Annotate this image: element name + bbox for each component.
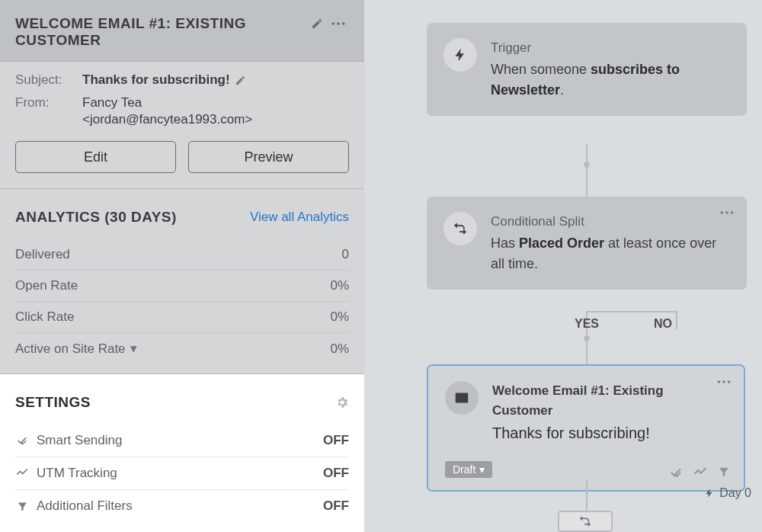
day-badge-text: Day 0 — [719, 486, 751, 500]
setting-smart-sending[interactable]: Smart Sending OFF — [15, 425, 349, 457]
stat-active-rate-value: 0% — [330, 341, 349, 357]
svg-point-6 — [718, 380, 721, 383]
trigger-description: When someone subscribes to Newsletter. — [491, 59, 730, 101]
stat-delivered-label: Delivered — [15, 247, 70, 262]
trigger-body: Trigger When someone subscribes to Newsl… — [491, 38, 730, 101]
pencil-icon — [311, 18, 323, 30]
email-more-button[interactable] — [716, 380, 732, 384]
gear-icon — [335, 396, 349, 409]
smart-sending-icon — [15, 434, 29, 447]
stat-click-rate-label: Click Rate — [15, 309, 74, 325]
email-node-subject: Thanks for subscribing! — [492, 421, 727, 444]
svg-point-5 — [731, 211, 734, 214]
ellipsis-icon — [331, 21, 346, 26]
pencil-icon — [235, 75, 246, 86]
stat-open-rate: Open Rate 0% — [15, 271, 349, 302]
email-filter-icon[interactable] — [718, 466, 730, 479]
stat-active-rate-label: Active on Site Rate ▾ — [15, 341, 137, 357]
utm-tracking-state: OFF — [323, 466, 349, 481]
trigger-node[interactable]: Trigger When someone subscribes to Newsl… — [427, 23, 747, 116]
email-body: Welcome Email #1: Existing Customer Than… — [492, 381, 727, 444]
email-card-title: WELCOME EMAIL #1: EXISTING CUSTOMER — [15, 15, 306, 49]
filter-icon — [15, 499, 29, 513]
connector-line — [586, 143, 588, 197]
settings-gear-button[interactable] — [335, 396, 349, 409]
split-title: Conditional Split — [491, 212, 730, 232]
svg-point-8 — [728, 380, 731, 383]
card-more-button[interactable] — [328, 15, 349, 32]
utm-tracking-icon — [15, 466, 29, 480]
status-chip[interactable]: Draft ▾ — [445, 461, 492, 478]
view-all-analytics-link[interactable]: View all Analytics — [250, 210, 349, 225]
svg-point-0 — [332, 22, 335, 25]
email-details: Subject: Thanks for subscribing! From: F… — [0, 62, 364, 189]
flow-canvas[interactable]: Trigger When someone subscribes to Newsl… — [364, 0, 762, 532]
trigger-icon-bubble — [443, 38, 477, 72]
branch-icon — [453, 221, 468, 236]
email-node-toolbar — [669, 466, 730, 479]
edit-button[interactable]: Edit — [15, 141, 176, 173]
edit-card-title-button[interactable] — [306, 15, 328, 32]
from-value: Fancy Tea <jordan@fancytea1993.com> — [82, 95, 349, 127]
split-text-strong: Placed Order — [519, 236, 604, 251]
stat-click-rate-value: 0% — [330, 309, 349, 325]
ellipsis-icon — [716, 380, 732, 384]
utm-tracking-label: UTM Tracking — [37, 466, 117, 481]
email-analytics-icon[interactable] — [693, 466, 707, 479]
setting-utm-tracking[interactable]: UTM Tracking OFF — [15, 457, 349, 490]
analytics-title: ANALYTICS (30 DAYS) — [15, 209, 177, 226]
settings-header: SETTINGS — [15, 394, 349, 411]
subject-label: Subject: — [15, 72, 82, 88]
branch-icon — [578, 514, 592, 528]
stat-active-rate[interactable]: Active on Site Rate ▾ 0% — [15, 333, 349, 364]
connector-dot — [584, 162, 590, 168]
svg-point-3 — [721, 211, 724, 214]
email-smart-sending-icon[interactable] — [669, 466, 683, 479]
mail-icon — [453, 389, 470, 406]
flow-add-step-button[interactable] — [558, 511, 613, 532]
svg-point-4 — [725, 211, 728, 214]
preview-button[interactable]: Preview — [188, 141, 349, 173]
email-node[interactable]: Welcome Email #1: Existing Customer Than… — [427, 364, 745, 492]
email-icon-bubble — [445, 381, 479, 415]
connector-line — [586, 311, 677, 312]
split-description: Has Placed Order at least once over all … — [491, 233, 730, 274]
stat-active-rate-text: Active on Site Rate — [15, 341, 126, 357]
trigger-text-prefix: When someone — [491, 62, 591, 77]
analytics-header: ANALYTICS (30 DAYS) View all Analytics — [15, 209, 349, 226]
trigger-title: Trigger — [491, 38, 730, 58]
trigger-text-suffix: . — [560, 82, 564, 98]
bolt-icon — [704, 488, 715, 498]
split-text-prefix: Has — [491, 236, 519, 251]
edit-subject-button[interactable] — [235, 75, 246, 86]
email-node-title: Welcome Email #1: Existing Customer — [492, 381, 727, 420]
connector-dot — [584, 335, 590, 341]
stat-click-rate: Click Rate 0% — [15, 302, 349, 333]
subject-row: Subject: Thanks for subscribing! — [15, 72, 349, 88]
stat-open-rate-label: Open Rate — [15, 278, 78, 293]
left-panel: WELCOME EMAIL #1: EXISTING CUSTOMER Subj… — [0, 0, 364, 532]
svg-point-1 — [337, 22, 340, 25]
additional-filters-label: Additional Filters — [37, 498, 133, 514]
smart-sending-label: Smart Sending — [37, 433, 122, 448]
branch-no-label: NO — [654, 317, 672, 331]
subject-value: Thanks for subscribing! — [82, 72, 349, 88]
settings-title: SETTINGS — [15, 394, 91, 411]
split-more-button[interactable] — [719, 210, 735, 215]
from-email: <jordan@fancytea1993.com> — [82, 112, 252, 127]
svg-point-7 — [722, 380, 725, 383]
button-row: Edit Preview — [15, 141, 349, 173]
setting-additional-filters[interactable]: Additional Filters OFF — [15, 490, 349, 522]
from-label: From: — [15, 95, 82, 127]
additional-filters-state: OFF — [323, 498, 349, 514]
stat-open-rate-value: 0% — [330, 278, 349, 293]
split-body: Conditional Split Has Placed Order at le… — [491, 212, 730, 274]
email-card-header: WELCOME EMAIL #1: EXISTING CUSTOMER — [0, 0, 364, 62]
chevron-down-icon: ▾ — [130, 341, 137, 357]
stat-delivered: Delivered 0 — [15, 239, 349, 271]
smart-sending-state: OFF — [323, 433, 349, 448]
stat-delivered-value: 0 — [342, 247, 349, 262]
chevron-down-icon: ▾ — [479, 463, 485, 476]
analytics-section: ANALYTICS (30 DAYS) View all Analytics D… — [0, 189, 364, 374]
conditional-split-node[interactable]: Conditional Split Has Placed Order at le… — [427, 197, 747, 290]
